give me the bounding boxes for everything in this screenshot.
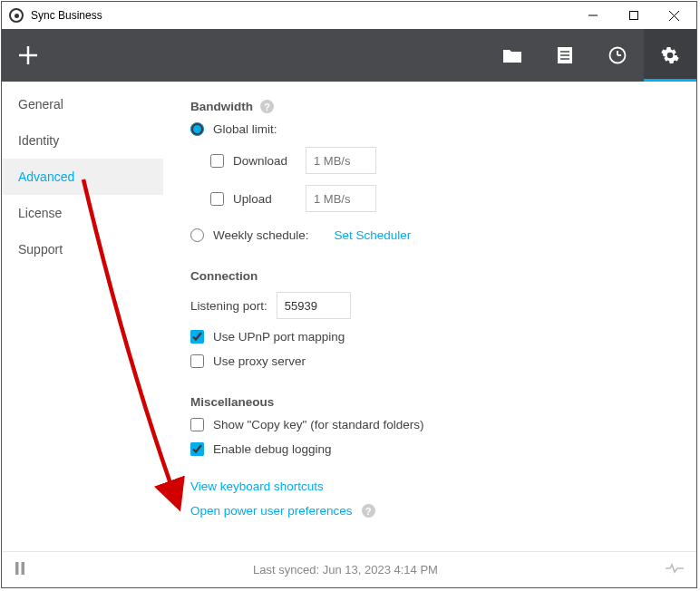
connection-heading-text: Connection bbox=[190, 269, 258, 283]
copykey-row: Show "Copy key" (for standard folders) bbox=[190, 418, 685, 431]
status-text: Last synced: Jun 13, 2023 4:14 PM bbox=[25, 563, 666, 576]
misc-heading: Miscellaneous bbox=[190, 395, 685, 409]
download-checkbox[interactable] bbox=[210, 154, 224, 168]
view-shortcuts-row: View keyboard shortcuts bbox=[190, 480, 685, 493]
upload-label: Upload bbox=[233, 192, 297, 206]
list-icon bbox=[558, 47, 572, 63]
download-label: Download bbox=[233, 154, 297, 168]
sidebar-item-identity[interactable]: Identity bbox=[2, 122, 163, 159]
activity-icon bbox=[666, 563, 684, 574]
weekly-schedule-radio[interactable] bbox=[190, 228, 204, 242]
svg-rect-14 bbox=[22, 562, 25, 575]
global-limit-row: Global limit: bbox=[190, 122, 685, 136]
sidebar-item-advanced[interactable]: Advanced bbox=[2, 159, 163, 195]
connection-heading: Connection bbox=[190, 269, 685, 283]
download-input[interactable] bbox=[306, 147, 376, 174]
minimize-button[interactable] bbox=[572, 2, 613, 29]
download-row: Download bbox=[210, 147, 685, 174]
view-shortcuts-link[interactable]: View keyboard shortcuts bbox=[190, 480, 324, 493]
sidebar-item-general[interactable]: General bbox=[2, 86, 163, 122]
sidebar-item-license[interactable]: License bbox=[2, 195, 163, 231]
debug-row: Enable debug logging bbox=[190, 442, 685, 456]
sidebar-item-support[interactable]: Support bbox=[2, 231, 163, 267]
upload-checkbox[interactable] bbox=[210, 192, 224, 206]
gear-icon bbox=[661, 46, 679, 64]
maximize-icon bbox=[629, 11, 638, 20]
proxy-row: Use proxy server bbox=[190, 354, 685, 368]
power-user-link[interactable]: Open power user preferences bbox=[190, 504, 353, 518]
upload-input[interactable] bbox=[306, 185, 376, 212]
upload-row: Upload bbox=[210, 185, 685, 212]
plus-icon bbox=[18, 45, 38, 65]
toolbar-spacer bbox=[54, 29, 486, 82]
listening-port-label: Listening port: bbox=[190, 299, 267, 313]
debug-checkbox[interactable] bbox=[190, 442, 204, 456]
help-icon[interactable]: ? bbox=[362, 504, 375, 518]
window-title: Sync Business bbox=[31, 9, 102, 22]
copykey-label: Show "Copy key" (for standard folders) bbox=[213, 418, 423, 431]
copykey-checkbox[interactable] bbox=[190, 418, 204, 431]
bandwidth-heading-text: Bandwidth bbox=[190, 100, 253, 113]
window-controls bbox=[572, 2, 695, 29]
title-bar: Sync Business bbox=[2, 2, 696, 29]
close-button[interactable] bbox=[654, 2, 695, 29]
add-button[interactable] bbox=[2, 29, 54, 82]
folders-button[interactable] bbox=[486, 29, 539, 82]
folder-icon bbox=[503, 48, 521, 63]
app-window: Sync Business bbox=[1, 1, 697, 588]
svg-rect-13 bbox=[15, 562, 19, 575]
listening-port-row: Listening port: bbox=[190, 292, 685, 319]
clock-icon bbox=[608, 46, 627, 64]
listening-port-input[interactable] bbox=[277, 292, 351, 319]
settings-button[interactable] bbox=[644, 29, 696, 82]
app-icon bbox=[9, 8, 24, 23]
proxy-checkbox[interactable] bbox=[190, 354, 204, 368]
upnp-label: Use UPnP port mapping bbox=[213, 330, 345, 344]
debug-label: Enable debug logging bbox=[213, 442, 332, 456]
history-button[interactable] bbox=[591, 29, 644, 82]
activity-indicator[interactable] bbox=[666, 563, 684, 576]
proxy-label: Use proxy server bbox=[213, 354, 306, 368]
weekly-schedule-label: Weekly schedule: bbox=[213, 228, 309, 242]
global-limit-label: Global limit: bbox=[213, 122, 277, 136]
minimize-icon bbox=[588, 11, 598, 20]
set-scheduler-link[interactable]: Set Scheduler bbox=[335, 228, 412, 242]
help-icon[interactable]: ? bbox=[260, 100, 274, 113]
power-user-row: Open power user preferences ? bbox=[190, 504, 685, 518]
main-toolbar bbox=[2, 29, 696, 82]
weekly-schedule-row: Weekly schedule: Set Scheduler bbox=[190, 228, 685, 242]
close-icon bbox=[669, 11, 679, 21]
maximize-button[interactable] bbox=[613, 2, 654, 29]
settings-content: Bandwidth ? Global limit: Download Uploa… bbox=[163, 82, 696, 551]
misc-heading-text: Miscellaneous bbox=[190, 395, 274, 409]
bandwidth-heading: Bandwidth ? bbox=[190, 100, 685, 113]
svg-rect-1 bbox=[629, 12, 637, 20]
settings-sidebar: General Identity Advanced License Suppor… bbox=[2, 82, 163, 551]
body-area: General Identity Advanced License Suppor… bbox=[2, 82, 696, 551]
list-button[interactable] bbox=[539, 29, 591, 82]
pause-icon bbox=[15, 562, 25, 575]
pause-button[interactable] bbox=[15, 562, 25, 577]
upnp-row: Use UPnP port mapping bbox=[190, 330, 685, 344]
global-limit-radio[interactable] bbox=[190, 122, 204, 136]
upnp-checkbox[interactable] bbox=[190, 330, 204, 344]
status-bar: Last synced: Jun 13, 2023 4:14 PM bbox=[2, 551, 696, 587]
